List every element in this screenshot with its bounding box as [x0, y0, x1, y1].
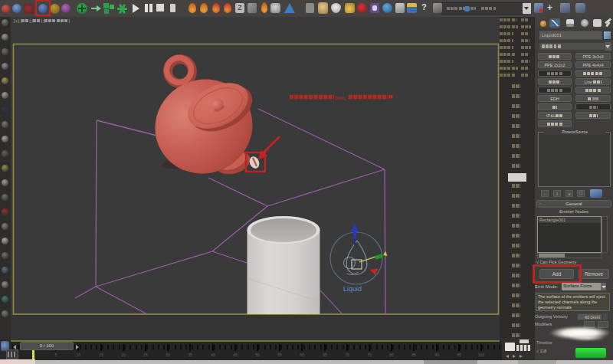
svg-text:Liquid: Liquid: [343, 285, 362, 293]
svg-text:box,: box,: [335, 94, 346, 101]
